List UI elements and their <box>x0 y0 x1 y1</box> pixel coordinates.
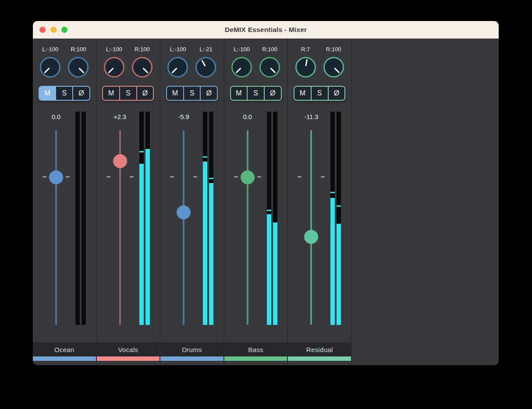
meter-right <box>145 112 150 325</box>
channel-footer: Residual <box>288 342 351 365</box>
fader <box>224 130 271 325</box>
pan-right: R:100 <box>322 46 345 78</box>
pan-right-value: R:100 <box>262 46 277 53</box>
channel-strips: L:-100 R:100 M S Ø 0.0 <box>33 39 352 365</box>
fader-track[interactable] <box>55 130 57 325</box>
zero-db-tick <box>298 176 301 177</box>
mute-solo-phase-group: M S Ø <box>294 86 345 101</box>
channel-footer: Vocals <box>97 342 160 365</box>
mute-button[interactable]: M <box>103 87 120 100</box>
fader-track[interactable] <box>310 130 312 325</box>
fader <box>33 130 79 325</box>
channel-name-strip: Drums <box>160 342 223 356</box>
mixer-window: DeMIX Essentials - Mixer L:-100 R:100 M … <box>33 21 499 365</box>
meter-fill <box>337 224 341 325</box>
meter-fill <box>273 222 277 325</box>
fader <box>97 130 143 325</box>
level-meters <box>139 112 150 325</box>
gain-value: 0.0 <box>227 113 268 120</box>
pan-left: L:-100 <box>167 46 189 78</box>
channel-strip: L:-100 R:100 M S Ø 0.0 <box>224 39 288 365</box>
channel-name-strip: Vocals <box>97 342 160 356</box>
minimize-button[interactable] <box>50 27 57 33</box>
meter-fill <box>145 149 150 325</box>
pan-right-knob[interactable] <box>259 57 280 78</box>
fader-track[interactable] <box>183 130 184 325</box>
fader-handle[interactable] <box>304 230 318 244</box>
phase-button[interactable]: Ø <box>265 87 281 100</box>
channel-strip: L:-100 L:-21 M S Ø -5.9 <box>160 39 224 365</box>
titlebar[interactable]: DeMIX Essentials - Mixer <box>33 21 499 39</box>
fader-handle[interactable] <box>113 154 127 168</box>
mute-solo-phase-group: M S Ø <box>166 86 218 101</box>
phase-button[interactable]: Ø <box>329 87 345 100</box>
pan-right-value: R:100 <box>326 46 341 53</box>
pan-left-knob[interactable] <box>295 57 316 78</box>
pan-left-knob[interactable] <box>40 57 60 78</box>
pan-right-knob[interactable] <box>323 57 344 78</box>
channel-strip: L:-100 R:100 M S Ø +2.3 <box>97 39 161 365</box>
meter-peak <box>139 151 144 152</box>
solo-button[interactable]: S <box>120 87 137 100</box>
phase-button[interactable]: Ø <box>201 87 217 100</box>
level-meters <box>267 112 277 325</box>
meter-peak <box>267 210 271 211</box>
fader-track[interactable] <box>247 130 248 325</box>
gain-value: +2.3 <box>100 113 140 120</box>
knob-pointer-icon <box>229 55 255 80</box>
pan-right: L:-21 <box>195 46 217 78</box>
zero-db-tick <box>234 176 238 177</box>
pan-left: R:7 <box>294 46 317 78</box>
solo-button[interactable]: S <box>56 87 73 100</box>
pan-right-knob[interactable] <box>132 57 153 78</box>
pan-left-knob[interactable] <box>104 57 124 78</box>
meter-peak <box>203 156 207 158</box>
fader-handle[interactable] <box>241 170 255 184</box>
pan-right-value: R:100 <box>135 46 150 53</box>
mute-button[interactable]: M <box>39 87 57 100</box>
zero-db-tick <box>257 176 261 177</box>
mixer-content: L:-100 R:100 M S Ø 0.0 <box>33 39 499 365</box>
pan-right: R:100 <box>131 46 153 78</box>
phase-button[interactable]: Ø <box>137 87 153 100</box>
zero-db-tick <box>43 176 46 177</box>
meter-right <box>82 112 86 325</box>
gain-value: -5.9 <box>163 113 204 120</box>
phase-button[interactable]: Ø <box>73 87 89 100</box>
meter-left <box>203 112 207 325</box>
fader-handle[interactable] <box>177 205 191 219</box>
knob-pointer-icon <box>66 55 91 80</box>
level-meters <box>330 112 341 325</box>
knob-pointer-icon <box>257 55 283 80</box>
mute-button[interactable]: M <box>167 87 184 100</box>
pan-left-knob[interactable] <box>167 57 188 78</box>
channel-name-strip: Residual <box>288 342 351 356</box>
pan-right-knob[interactable] <box>195 57 216 78</box>
gain-value: -11.3 <box>291 113 331 120</box>
channel-footer: Ocean <box>33 342 96 365</box>
mute-solo-phase-group: M S Ø <box>230 86 282 101</box>
pan-left-knob[interactable] <box>231 57 252 78</box>
mute-button[interactable]: M <box>294 87 312 100</box>
knob-pointer-icon <box>295 57 316 78</box>
channel-name-strip: Bass <box>224 342 287 356</box>
fader-handle[interactable] <box>49 170 63 184</box>
solo-button[interactable]: S <box>184 87 201 100</box>
solo-button[interactable]: S <box>248 87 265 100</box>
knob-pointer-icon <box>38 55 63 80</box>
close-button[interactable] <box>39 27 46 33</box>
pan-right-knob[interactable] <box>68 57 89 78</box>
mute-button[interactable]: M <box>231 87 248 100</box>
channel-name: Drums <box>182 346 202 353</box>
meter-right <box>273 112 277 325</box>
mute-solo-phase-group: M S Ø <box>102 86 154 101</box>
pan-section: L:-100 R:100 <box>224 46 287 78</box>
knob-pointer-icon <box>321 55 346 80</box>
fader <box>160 130 207 325</box>
zoom-button[interactable] <box>61 27 67 33</box>
zero-db-tick <box>193 176 197 177</box>
meter-right <box>337 112 341 325</box>
pan-right: R:100 <box>259 46 281 78</box>
solo-button[interactable]: S <box>312 87 329 100</box>
channel-colorbar <box>224 356 287 361</box>
